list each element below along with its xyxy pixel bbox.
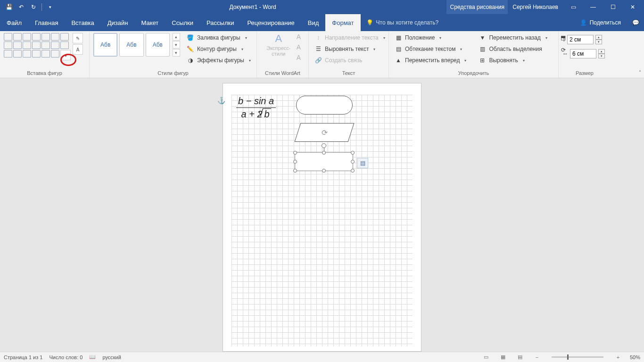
shape-thumb[interactable] xyxy=(23,50,31,58)
ribbon-display-options-button[interactable]: ▭ xyxy=(564,0,583,14)
style-preview-1[interactable]: Абв xyxy=(93,33,117,57)
proofing-icon[interactable]: 📖 xyxy=(89,354,96,360)
quick-styles-button[interactable]: A Экспресс-стили xyxy=(264,33,293,57)
redo-button[interactable]: ↻ xyxy=(28,2,39,12)
status-word-count[interactable]: Число слов: 0 xyxy=(49,354,83,360)
tab-review[interactable]: Рецензирование xyxy=(240,14,301,31)
shape-thumb[interactable] xyxy=(13,50,22,58)
equation[interactable]: b − sin a a + 2b xyxy=(236,96,276,120)
web-layout-button[interactable]: ▤ xyxy=(515,354,525,361)
style-scroll-down[interactable]: ▾ xyxy=(173,41,180,49)
width-spin-up[interactable]: ▴ xyxy=(598,49,605,54)
shape-fill-button[interactable]: 🪣Заливка фигуры xyxy=(185,33,253,42)
resize-handle-e[interactable] xyxy=(351,160,355,164)
zoom-slider-thumb[interactable] xyxy=(567,354,569,360)
selection-pane-button[interactable]: ▥Область выделения xyxy=(477,44,549,54)
tab-file[interactable]: Файл xyxy=(0,14,28,31)
zoom-in-button[interactable]: + xyxy=(613,354,623,361)
tab-insert[interactable]: Вставка xyxy=(65,14,100,31)
collapse-ribbon-button[interactable]: ˄ xyxy=(639,70,641,75)
page[interactable]: ⚓ b − sin a a + 2b ⟳ ▤ xyxy=(223,83,421,352)
shape-thumb[interactable] xyxy=(13,33,22,41)
shape-thumb[interactable] xyxy=(41,33,50,41)
resize-handle-ne[interactable] xyxy=(351,151,355,155)
shape-thumb[interactable] xyxy=(4,41,12,49)
send-backward-button[interactable]: ▼Переместить назад xyxy=(477,33,549,42)
text-direction-button[interactable]: ↕Направление текста xyxy=(313,33,387,42)
align-text-button[interactable]: ☰Выровнять текст xyxy=(313,44,387,54)
shape-thumb[interactable] xyxy=(41,41,50,49)
style-scroll-up[interactable]: ▴ xyxy=(173,33,180,41)
shape-thumb[interactable] xyxy=(60,33,69,41)
layout-options-button[interactable]: ▤ xyxy=(357,158,368,168)
shape-thumb[interactable] xyxy=(4,33,12,41)
resize-handle-n[interactable] xyxy=(322,151,326,155)
zoom-level[interactable]: 50% xyxy=(630,354,640,360)
bring-forward-button[interactable]: ▲Переместить вперед xyxy=(393,56,468,65)
rotation-handle[interactable] xyxy=(322,143,326,148)
shape-thumb[interactable] xyxy=(4,50,12,58)
status-page[interactable]: Страница 1 из 1 xyxy=(4,354,42,360)
maximize-button[interactable]: ☐ xyxy=(603,0,622,14)
edit-shape-button[interactable]: ✎ xyxy=(73,33,83,43)
resize-handle-sw[interactable] xyxy=(293,169,297,173)
align-button[interactable]: ⊞Выровнять xyxy=(477,56,549,65)
resize-handle-se[interactable] xyxy=(351,169,355,173)
status-language[interactable]: русский xyxy=(102,354,121,360)
shape-thumb[interactable] xyxy=(60,41,69,49)
tab-design[interactable]: Дизайн xyxy=(101,14,135,31)
shape-rectangle-selected[interactable] xyxy=(295,152,353,171)
read-mode-button[interactable]: ▭ xyxy=(481,354,491,361)
shape-thumb[interactable] xyxy=(23,33,31,41)
user-name[interactable]: Сергей Николаев xyxy=(508,4,563,10)
text-box-button[interactable]: A xyxy=(73,44,83,55)
zoom-out-button[interactable]: − xyxy=(532,354,542,361)
tab-format[interactable]: Формат xyxy=(325,14,360,31)
create-link-button[interactable]: 🔗Создать связь xyxy=(313,56,387,65)
print-layout-button[interactable]: ▦ xyxy=(498,354,508,361)
shape-width-input[interactable] xyxy=(570,49,596,58)
tab-layout[interactable]: Макет xyxy=(134,14,165,31)
text-outline-icon[interactable]: A xyxy=(297,43,301,51)
shapes-gallery[interactable]: ▾ xyxy=(4,33,69,58)
tab-mailings[interactable]: Рассылки xyxy=(200,14,240,31)
qat-customize-button[interactable]: ▾ xyxy=(45,2,55,12)
wrap-text-button[interactable]: ▤Обтекание текстом xyxy=(393,44,468,54)
position-button[interactable]: ▦Положение xyxy=(393,33,468,42)
undo-button[interactable]: ↶ xyxy=(16,2,26,12)
tab-references[interactable]: Ссылки xyxy=(165,14,200,31)
style-gallery-more[interactable]: ▾ xyxy=(173,49,180,57)
minimize-button[interactable]: — xyxy=(584,0,603,14)
resize-handle-s[interactable] xyxy=(322,169,326,173)
document-area[interactable]: ⚓ b − sin a a + 2b ⟳ ▤ xyxy=(0,78,644,352)
shape-thumb[interactable] xyxy=(51,41,59,49)
style-preview-3[interactable]: Абв xyxy=(146,33,170,57)
tab-home[interactable]: Главная xyxy=(28,14,65,31)
shape-rounded-rectangle[interactable] xyxy=(296,96,353,115)
save-button[interactable]: 💾 xyxy=(4,2,14,12)
shape-thumb[interactable] xyxy=(51,50,59,58)
shapes-more-button[interactable]: ▾ xyxy=(60,50,71,60)
height-spin-up[interactable]: ▴ xyxy=(595,35,602,40)
comments-button[interactable]: 💬 xyxy=(627,14,644,31)
shape-thumb[interactable] xyxy=(41,50,50,58)
height-spin-down[interactable]: ▾ xyxy=(595,40,602,44)
text-fill-icon[interactable]: A xyxy=(297,33,301,41)
style-preview-2[interactable]: Абв xyxy=(119,33,143,57)
shape-outline-button[interactable]: ✏️Контур фигуры xyxy=(185,44,253,54)
shape-thumb[interactable] xyxy=(32,50,41,58)
shape-effects-button[interactable]: ◑Эффекты фигуры xyxy=(185,56,253,65)
zoom-slider[interactable] xyxy=(552,356,603,358)
shape-thumb[interactable] xyxy=(23,41,31,49)
shape-thumb[interactable] xyxy=(51,33,59,41)
text-effects-icon[interactable]: A xyxy=(297,54,301,61)
close-button[interactable]: ✕ xyxy=(623,0,642,14)
shape-parallelogram[interactable]: ⟳ xyxy=(295,123,355,142)
shape-thumb[interactable] xyxy=(32,33,41,41)
share-button[interactable]: 👤 Поделиться xyxy=(573,14,627,31)
resize-handle-nw[interactable] xyxy=(293,151,297,155)
shape-thumb[interactable] xyxy=(13,41,22,49)
resize-handle-w[interactable] xyxy=(293,160,297,164)
tell-me-search[interactable]: 💡 Что вы хотите сделать? xyxy=(361,14,573,31)
shape-height-input[interactable] xyxy=(567,35,594,44)
